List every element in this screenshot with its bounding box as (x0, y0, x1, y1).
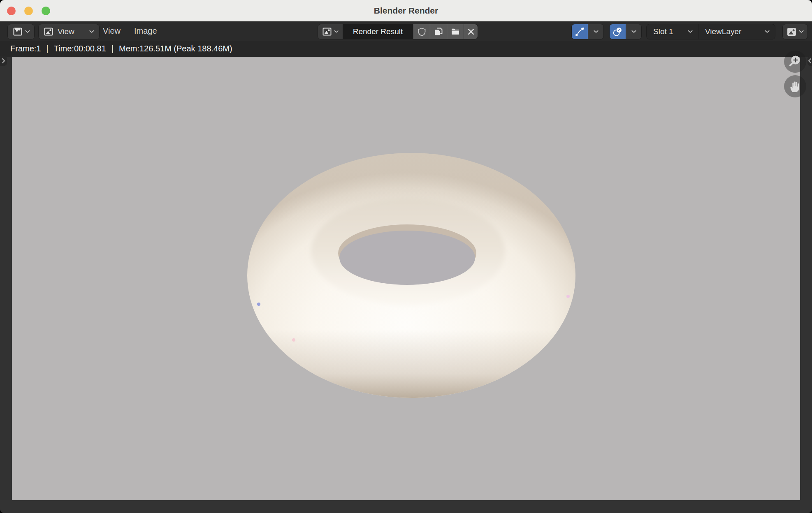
overlays-toggle[interactable] (610, 24, 626, 39)
status-divider: | (111, 44, 114, 53)
viewlayer-select[interactable]: ViewLayer (698, 24, 775, 39)
status-time: Time:00:00.81 (54, 44, 106, 53)
sprinkle-dot (566, 295, 570, 298)
sidebar-toggle-right[interactable] (807, 56, 812, 66)
chevron-down-icon (688, 30, 693, 33)
slot-layer-group: Slot 1 ViewLayer (646, 24, 775, 39)
titlebar: Blender Render (0, 0, 812, 21)
folder-icon (450, 27, 460, 37)
chevron-down-icon (334, 30, 339, 33)
menu-image[interactable]: Image (134, 21, 157, 41)
status-bar: Frame:1 | Time:00:00.81 | Mem:126.51M (P… (0, 41, 812, 57)
photo-color-icon (786, 27, 797, 37)
sprinkle-dot (292, 338, 295, 342)
display-mode-dropdown[interactable]: View (38, 24, 100, 39)
slot-value: Slot 1 (653, 27, 673, 36)
editor-type-button[interactable] (7, 24, 35, 39)
duplicate-button[interactable] (430, 24, 447, 39)
editor-header: View View Image Render Result (0, 21, 812, 41)
overlays-icon (612, 26, 624, 38)
shield-icon (417, 27, 427, 37)
window-title: Blender Render (0, 0, 812, 21)
status-memory: Mem:126.51M (Peak 188.46M) (119, 44, 232, 53)
overlays-group (609, 24, 642, 39)
chevron-down-icon (765, 30, 770, 33)
pan-button[interactable] (784, 75, 806, 97)
magnifier-plus-icon (788, 54, 803, 69)
blender-window: Blender Render View (0, 0, 812, 513)
chevron-left-icon (808, 58, 812, 64)
chevron-down-icon (799, 30, 804, 33)
gizmo-icon (574, 26, 586, 38)
image-editor-icon (12, 26, 23, 37)
viewport-canvas[interactable] (12, 57, 800, 500)
chevron-down-icon (594, 30, 599, 33)
bottom-bar (0, 500, 812, 513)
display-mode-label: View (58, 27, 74, 36)
chevron-down-icon (631, 30, 636, 33)
overlays-dropdown[interactable] (626, 24, 641, 39)
image-datablock: Render Result (318, 24, 478, 39)
torus-render (12, 57, 800, 500)
zoom-in-button[interactable] (784, 51, 806, 73)
image-browse-button[interactable] (318, 24, 343, 39)
status-frame: Frame:1 (10, 44, 41, 53)
gizmos-group (571, 24, 604, 39)
photo-icon (44, 27, 53, 37)
toolbar-toggle-left[interactable] (0, 56, 7, 66)
protect-button[interactable] (413, 24, 430, 39)
channels-select[interactable] (782, 24, 808, 39)
close-icon (466, 27, 476, 36)
workspace (0, 57, 812, 513)
open-image-button[interactable] (447, 24, 464, 39)
chevron-down-icon (25, 30, 30, 33)
chevron-right-icon (2, 58, 5, 64)
image-name-field[interactable]: Render Result (343, 24, 413, 39)
photo-icon (322, 27, 332, 37)
sprinkle-dot (257, 303, 260, 306)
status-divider: | (46, 44, 48, 53)
chevron-down-icon (89, 30, 94, 33)
viewlayer-value: ViewLayer (705, 27, 741, 36)
hand-icon (788, 79, 802, 93)
menu-view[interactable]: View (103, 21, 121, 41)
unlink-button[interactable] (464, 24, 478, 39)
copy-icon (434, 27, 443, 37)
gizmos-toggle[interactable] (572, 24, 588, 39)
slot-select[interactable]: Slot 1 (647, 24, 698, 39)
gizmos-dropdown[interactable] (588, 24, 603, 39)
